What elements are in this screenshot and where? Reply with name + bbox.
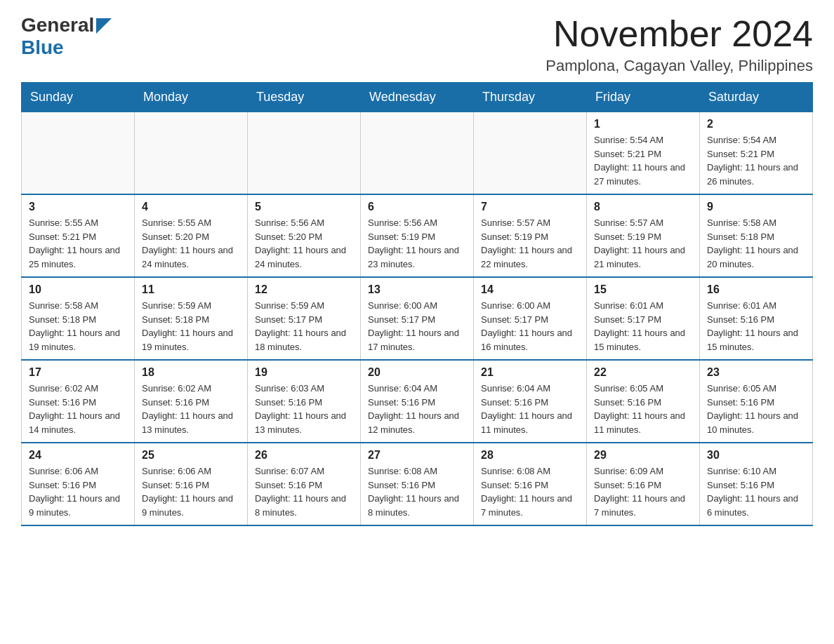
calendar-cell: 3Sunrise: 5:55 AM Sunset: 5:21 PM Daylig…: [22, 194, 135, 277]
calendar-cell: [361, 112, 474, 195]
day-info: Sunrise: 6:00 AM Sunset: 5:17 PM Dayligh…: [481, 299, 579, 354]
logo-triangle-icon: [96, 18, 112, 34]
day-number: 2: [707, 118, 805, 130]
weekday-header-sunday: Sunday: [22, 83, 135, 112]
weekday-header-wednesday: Wednesday: [361, 83, 474, 112]
day-info: Sunrise: 5:56 AM Sunset: 5:19 PM Dayligh…: [368, 216, 466, 271]
day-number: 13: [368, 283, 466, 296]
svg-marker-0: [96, 18, 112, 34]
day-number: 18: [142, 366, 240, 379]
calendar-cell: 17Sunrise: 6:02 AM Sunset: 5:16 PM Dayli…: [22, 360, 135, 443]
title-area: November 2024 Pamplona, Cagayan Valley, …: [545, 14, 813, 75]
calendar-body: 1Sunrise: 5:54 AM Sunset: 5:21 PM Daylig…: [22, 112, 813, 526]
day-info: Sunrise: 6:09 AM Sunset: 5:16 PM Dayligh…: [594, 464, 692, 519]
calendar-cell: [135, 112, 248, 195]
day-number: 19: [255, 366, 353, 379]
calendar-cell: 21Sunrise: 6:04 AM Sunset: 5:16 PM Dayli…: [474, 360, 587, 443]
day-info: Sunrise: 5:56 AM Sunset: 5:20 PM Dayligh…: [255, 216, 353, 271]
logo-blue-text: Blue: [21, 36, 64, 59]
day-info: Sunrise: 6:06 AM Sunset: 5:16 PM Dayligh…: [142, 464, 240, 519]
day-info: Sunrise: 5:59 AM Sunset: 5:18 PM Dayligh…: [142, 299, 240, 354]
calendar-cell: 26Sunrise: 6:07 AM Sunset: 5:16 PM Dayli…: [248, 443, 361, 525]
day-number: 3: [29, 201, 127, 213]
calendar-week-2: 3Sunrise: 5:55 AM Sunset: 5:21 PM Daylig…: [22, 194, 813, 277]
day-number: 14: [481, 283, 579, 296]
calendar-cell: 16Sunrise: 6:01 AM Sunset: 5:16 PM Dayli…: [700, 277, 813, 360]
calendar-cell: 9Sunrise: 5:58 AM Sunset: 5:18 PM Daylig…: [700, 194, 813, 277]
day-number: 23: [707, 366, 805, 379]
calendar-cell: 23Sunrise: 6:05 AM Sunset: 5:16 PM Dayli…: [700, 360, 813, 443]
weekday-header-row: SundayMondayTuesdayWednesdayThursdayFrid…: [22, 83, 813, 112]
day-info: Sunrise: 5:59 AM Sunset: 5:17 PM Dayligh…: [255, 299, 353, 354]
weekday-header-tuesday: Tuesday: [248, 83, 361, 112]
day-info: Sunrise: 6:05 AM Sunset: 5:16 PM Dayligh…: [594, 382, 692, 436]
day-number: 9: [707, 201, 805, 213]
day-info: Sunrise: 6:08 AM Sunset: 5:16 PM Dayligh…: [368, 464, 466, 519]
day-info: Sunrise: 5:54 AM Sunset: 5:21 PM Dayligh…: [707, 133, 805, 188]
day-info: Sunrise: 6:10 AM Sunset: 5:16 PM Dayligh…: [707, 464, 805, 519]
weekday-header-friday: Friday: [587, 83, 700, 112]
month-title: November 2024: [545, 14, 813, 54]
day-number: 28: [481, 449, 579, 462]
day-number: 29: [594, 449, 692, 462]
day-number: 26: [255, 449, 353, 462]
calendar-week-1: 1Sunrise: 5:54 AM Sunset: 5:21 PM Daylig…: [22, 112, 813, 195]
day-number: 30: [707, 449, 805, 462]
day-info: Sunrise: 6:01 AM Sunset: 5:17 PM Dayligh…: [594, 299, 692, 354]
day-number: 12: [255, 283, 353, 296]
day-info: Sunrise: 5:55 AM Sunset: 5:20 PM Dayligh…: [142, 216, 240, 271]
day-number: 16: [707, 283, 805, 296]
calendar-cell: 22Sunrise: 6:05 AM Sunset: 5:16 PM Dayli…: [587, 360, 700, 443]
calendar-cell: 25Sunrise: 6:06 AM Sunset: 5:16 PM Dayli…: [135, 443, 248, 525]
calendar-week-4: 17Sunrise: 6:02 AM Sunset: 5:16 PM Dayli…: [22, 360, 813, 443]
calendar-cell: 8Sunrise: 5:57 AM Sunset: 5:19 PM Daylig…: [587, 194, 700, 277]
day-info: Sunrise: 6:02 AM Sunset: 5:16 PM Dayligh…: [29, 382, 127, 436]
day-info: Sunrise: 5:54 AM Sunset: 5:21 PM Dayligh…: [594, 133, 692, 188]
calendar-cell: [248, 112, 361, 195]
day-info: Sunrise: 6:01 AM Sunset: 5:16 PM Dayligh…: [707, 299, 805, 354]
calendar-week-3: 10Sunrise: 5:58 AM Sunset: 5:18 PM Dayli…: [22, 277, 813, 360]
day-info: Sunrise: 6:06 AM Sunset: 5:16 PM Dayligh…: [29, 464, 127, 519]
day-number: 7: [481, 201, 579, 213]
day-info: Sunrise: 6:03 AM Sunset: 5:16 PM Dayligh…: [255, 382, 353, 436]
day-number: 10: [29, 283, 127, 296]
day-number: 22: [594, 366, 692, 379]
day-number: 25: [142, 449, 240, 462]
page-header: General Blue November 2024 Pamplona, Cag…: [21, 14, 813, 75]
weekday-header-thursday: Thursday: [474, 83, 587, 112]
calendar-cell: 11Sunrise: 5:59 AM Sunset: 5:18 PM Dayli…: [135, 277, 248, 360]
day-info: Sunrise: 5:57 AM Sunset: 5:19 PM Dayligh…: [481, 216, 579, 271]
calendar-cell: 4Sunrise: 5:55 AM Sunset: 5:20 PM Daylig…: [135, 194, 248, 277]
calendar-cell: 20Sunrise: 6:04 AM Sunset: 5:16 PM Dayli…: [361, 360, 474, 443]
day-info: Sunrise: 5:55 AM Sunset: 5:21 PM Dayligh…: [29, 216, 127, 271]
day-number: 8: [594, 201, 692, 213]
calendar-cell: 1Sunrise: 5:54 AM Sunset: 5:21 PM Daylig…: [587, 112, 700, 195]
weekday-header-saturday: Saturday: [700, 83, 813, 112]
calendar-cell: 2Sunrise: 5:54 AM Sunset: 5:21 PM Daylig…: [700, 112, 813, 195]
calendar-cell: 24Sunrise: 6:06 AM Sunset: 5:16 PM Dayli…: [22, 443, 135, 525]
calendar-cell: 15Sunrise: 6:01 AM Sunset: 5:17 PM Dayli…: [587, 277, 700, 360]
day-number: 11: [142, 283, 240, 296]
calendar-cell: [474, 112, 587, 195]
day-info: Sunrise: 6:08 AM Sunset: 5:16 PM Dayligh…: [481, 464, 579, 519]
calendar-cell: 12Sunrise: 5:59 AM Sunset: 5:17 PM Dayli…: [248, 277, 361, 360]
calendar-cell: 29Sunrise: 6:09 AM Sunset: 5:16 PM Dayli…: [587, 443, 700, 525]
calendar-cell: 30Sunrise: 6:10 AM Sunset: 5:16 PM Dayli…: [700, 443, 813, 525]
day-info: Sunrise: 5:58 AM Sunset: 5:18 PM Dayligh…: [29, 299, 127, 354]
calendar-cell: 5Sunrise: 5:56 AM Sunset: 5:20 PM Daylig…: [248, 194, 361, 277]
day-number: 24: [29, 449, 127, 462]
day-info: Sunrise: 5:58 AM Sunset: 5:18 PM Dayligh…: [707, 216, 805, 271]
calendar-cell: 28Sunrise: 6:08 AM Sunset: 5:16 PM Dayli…: [474, 443, 587, 525]
day-number: 27: [368, 449, 466, 462]
day-info: Sunrise: 6:04 AM Sunset: 5:16 PM Dayligh…: [368, 382, 466, 436]
day-info: Sunrise: 6:07 AM Sunset: 5:16 PM Dayligh…: [255, 464, 353, 519]
calendar-cell: 7Sunrise: 5:57 AM Sunset: 5:19 PM Daylig…: [474, 194, 587, 277]
calendar-cell: 27Sunrise: 6:08 AM Sunset: 5:16 PM Dayli…: [361, 443, 474, 525]
day-number: 6: [368, 201, 466, 213]
day-info: Sunrise: 6:02 AM Sunset: 5:16 PM Dayligh…: [142, 382, 240, 436]
day-info: Sunrise: 6:00 AM Sunset: 5:17 PM Dayligh…: [368, 299, 466, 354]
day-number: 15: [594, 283, 692, 296]
calendar-cell: 19Sunrise: 6:03 AM Sunset: 5:16 PM Dayli…: [248, 360, 361, 443]
calendar-cell: 13Sunrise: 6:00 AM Sunset: 5:17 PM Dayli…: [361, 277, 474, 360]
day-number: 1: [594, 118, 692, 130]
